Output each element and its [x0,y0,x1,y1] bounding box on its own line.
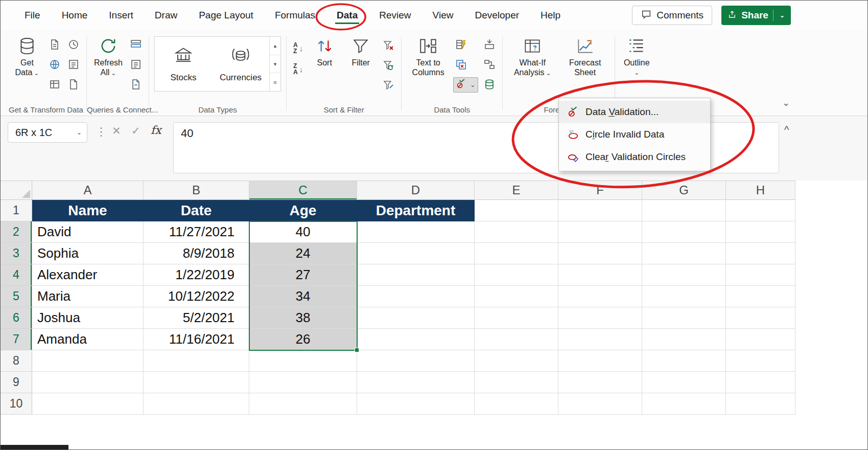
column-header-d[interactable]: D [357,181,475,200]
cell-A1[interactable]: Name [32,200,144,221]
formula-bar-expand-icon[interactable]: ^ [784,124,789,136]
enter-icon[interactable]: ✓ [131,125,140,137]
cell-G7[interactable] [642,329,726,350]
cell-B7[interactable]: 11/16/2021 [144,329,249,350]
menu-item-clear-validation-circles[interactable]: Clear Validation Circles [559,146,710,168]
cell-H4[interactable] [726,264,795,286]
cell-A9[interactable] [32,372,144,393]
cell-C9[interactable] [249,372,357,393]
cell-E3[interactable] [475,243,558,264]
cell-F10[interactable] [558,393,642,415]
cell-C3[interactable]: 24 [249,243,357,264]
tab-draw[interactable]: Draw [144,2,188,29]
consolidate-icon[interactable] [482,37,497,52]
row-header-10[interactable]: 10 [1,393,32,415]
cell-H3[interactable] [726,243,795,264]
cell-H9[interactable] [726,372,795,393]
currencies-button[interactable]: Currencies [212,37,269,91]
share-chevron-icon[interactable]: ⌄ [780,12,785,19]
cell-E2[interactable] [475,221,558,243]
cell-C4[interactable]: 27 [249,264,357,286]
row-header-4[interactable]: 4 [1,264,32,286]
cell-C10[interactable] [249,393,357,415]
get-data-button[interactable]: Get Data⌄ [11,33,43,78]
cell-G2[interactable] [642,221,726,243]
cell-E1[interactable] [475,200,558,221]
column-header-e[interactable]: E [475,181,558,200]
menu-item-circle-invalid-data[interactable]: Circle Invalid Data [559,123,710,146]
edit-links-icon[interactable] [128,77,144,92]
cell-B10[interactable] [144,393,249,415]
cell-E4[interactable] [475,264,558,286]
clear-filter-icon[interactable] [381,38,396,53]
cell-G5[interactable] [642,286,726,307]
cell-D9[interactable] [357,372,475,393]
from-text-csv-icon[interactable] [47,37,62,52]
cell-D4[interactable] [357,264,475,286]
cell-F3[interactable] [558,243,642,264]
cell-D8[interactable] [357,350,475,372]
reapply-filter-icon[interactable] [381,58,396,73]
cell-D5[interactable] [357,286,475,307]
share-button[interactable]: Share ⌄ [721,6,791,25]
cell-D10[interactable] [357,393,475,415]
cell-F5[interactable] [558,286,642,307]
data-source-settings-icon[interactable] [66,77,81,92]
row-header-9[interactable]: 9 [1,372,32,393]
cell-A5[interactable]: Maria [32,286,144,307]
cancel-icon[interactable]: ✕ [112,125,121,137]
tab-formulas[interactable]: Formulas [264,2,326,29]
cell-C1[interactable]: Age [249,200,357,221]
cell-B3[interactable]: 8/9/2018 [144,243,249,264]
column-header-g[interactable]: G [642,181,726,200]
cell-F1[interactable] [558,200,642,221]
cell-D7[interactable] [357,329,475,350]
cell-H2[interactable] [726,221,795,243]
row-header-3[interactable]: 3 [1,243,32,264]
gallery-up-icon[interactable]: ▴ [270,37,280,55]
cell-D1[interactable]: Department [357,200,475,221]
cell-A10[interactable] [32,393,144,415]
cell-G4[interactable] [642,264,726,286]
tab-developer[interactable]: Developer [464,2,530,29]
advanced-filter-icon[interactable] [381,78,396,93]
insert-function-icon[interactable]: fx [151,124,161,137]
gallery-down-icon[interactable]: ▾ [270,55,280,74]
outline-button[interactable]: Outline⌄ [620,33,653,76]
cell-E8[interactable] [475,350,558,372]
from-table-range-icon[interactable] [47,77,62,92]
name-box[interactable]: 6R x 1C ⌄ [8,122,87,143]
cell-F9[interactable] [558,372,642,393]
row-header-8[interactable]: 8 [1,350,32,372]
text-to-columns-button[interactable]: Text to Columns [407,33,450,78]
tab-home[interactable]: Home [51,2,99,29]
row-header-2[interactable]: 2 [1,221,32,243]
cell-G1[interactable] [642,200,726,221]
cell-F8[interactable] [558,350,642,372]
cell-C7[interactable]: 26 [249,329,357,350]
cell-D3[interactable] [357,243,475,264]
cell-A2[interactable]: David [32,221,144,243]
cell-H6[interactable] [726,307,795,329]
row-header-1[interactable]: 1 [1,200,32,221]
cell-F7[interactable] [558,329,642,350]
tab-review[interactable]: Review [368,2,421,29]
cell-E5[interactable] [475,286,558,307]
column-header-a[interactable]: A [32,181,144,200]
cell-A7[interactable]: Amanda [32,329,144,350]
tab-insert[interactable]: Insert [98,2,144,29]
stocks-button[interactable]: Stocks [155,37,212,91]
refresh-all-button[interactable]: Refresh All⌄ [92,33,125,78]
recent-sources-icon[interactable] [66,37,81,52]
cell-D6[interactable] [357,307,475,329]
manage-data-model-icon[interactable] [482,77,497,92]
tab-help[interactable]: Help [530,2,571,29]
relationships-icon[interactable] [482,57,497,72]
column-header-b[interactable]: B [144,181,249,200]
data-validation-button[interactable]: ⌄ [453,77,478,93]
cell-E10[interactable] [475,393,558,415]
sort-descending-icon[interactable]: ZA ↓ [292,61,304,77]
column-header-h[interactable]: H [726,181,795,200]
cell-B4[interactable]: 1/22/2019 [144,264,249,286]
cell-G8[interactable] [642,350,726,372]
